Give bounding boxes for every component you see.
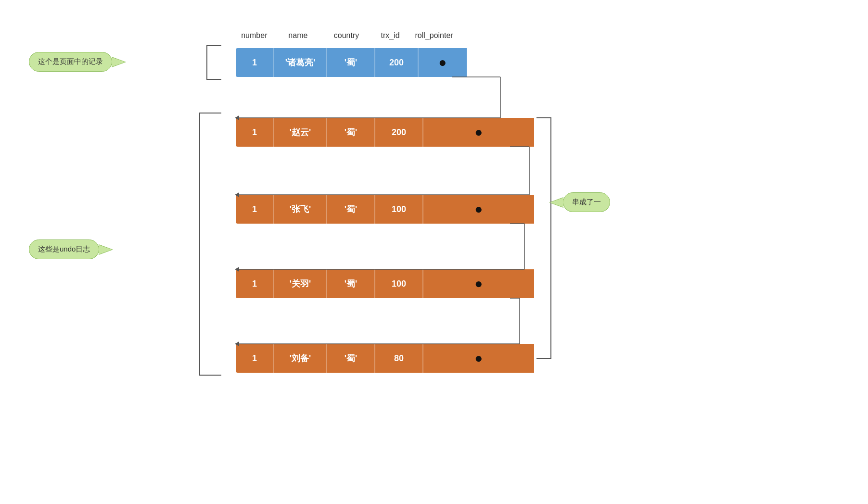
undo-record-row-4: 1 '刘备' '蜀' 80 ●	[236, 344, 534, 373]
callout-chain: 串成了一	[563, 192, 610, 212]
cell-trxid-4: 100	[375, 269, 423, 298]
cell-country-1: '蜀'	[327, 48, 375, 77]
cell-country-5: '蜀'	[327, 344, 375, 373]
cell-trxid-5: 80	[375, 344, 423, 373]
undo-record-row-3: 1 '关羽' '蜀' 100 ●	[236, 269, 534, 298]
callout-undo-logs: 这些是undo日志	[29, 239, 99, 259]
cell-name-5: '刘备'	[274, 344, 327, 373]
cell-country-3: '蜀'	[327, 195, 375, 224]
cell-rollptr-4: ●	[423, 269, 534, 298]
page-record-row: 1 '诸葛亮' '蜀' 200 ●	[236, 48, 467, 77]
undo-record-row-1: 1 '赵云' '蜀' 200 ●	[236, 118, 534, 147]
cell-number-5: 1	[236, 344, 274, 373]
cell-rollptr-2: ●	[423, 118, 534, 147]
cell-rollptr-3: ●	[423, 195, 534, 224]
undo-record-row-2: 1 '张飞' '蜀' 100 ●	[236, 195, 534, 224]
callout-page-record: 这个是页面中的记录	[29, 52, 112, 72]
header-roll-pointer: roll_pointer	[411, 31, 457, 40]
cell-trxid-3: 100	[375, 195, 423, 224]
cell-name-1: '诸葛亮'	[274, 48, 327, 77]
cell-country-4: '蜀'	[327, 269, 375, 298]
header-trx-id: trx_id	[370, 31, 411, 40]
cell-number-2: 1	[236, 118, 274, 147]
header-number: number	[236, 31, 273, 40]
cell-rollptr-1: ●	[419, 48, 467, 77]
header-country: country	[323, 31, 370, 40]
cell-number-4: 1	[236, 269, 274, 298]
cell-name-3: '张飞'	[274, 195, 327, 224]
cell-name-2: '赵云'	[274, 118, 327, 147]
cell-number-3: 1	[236, 195, 274, 224]
cell-trxid-2: 200	[375, 118, 423, 147]
cell-country-2: '蜀'	[327, 118, 375, 147]
diagram: number name country trx_id roll_pointer …	[0, 0, 868, 504]
cell-number-1: 1	[236, 48, 274, 77]
cell-name-4: '关羽'	[274, 269, 327, 298]
cell-rollptr-5: ●	[423, 344, 534, 373]
cell-trxid-1: 200	[375, 48, 419, 77]
header-name: name	[273, 31, 323, 40]
